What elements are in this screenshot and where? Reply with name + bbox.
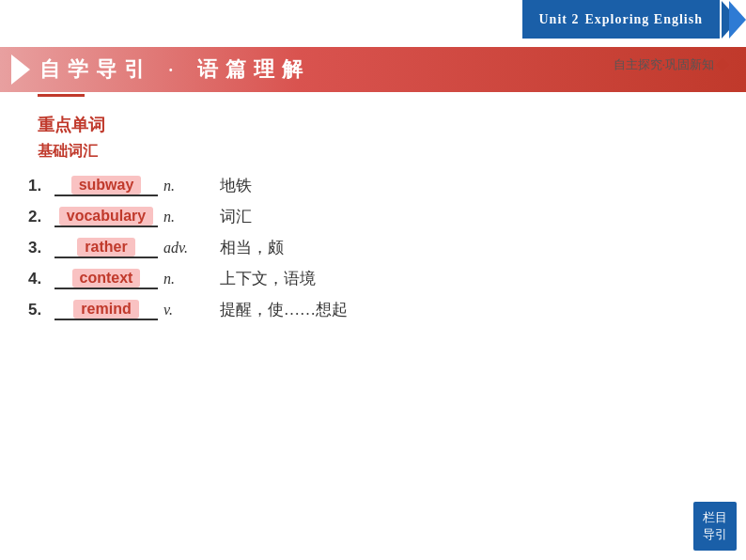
vocab-answer-box: subway (54, 176, 158, 196)
vocab-list: 1. subway n. 地铁 2. vocabulary n. 词汇 3. r… (28, 175, 718, 320)
vocab-item: 3. rather adv. 相当，颇 (28, 237, 718, 258)
vocab-num: 2. (28, 208, 54, 226)
vocab-answer: remind (73, 300, 138, 319)
sub-heading: 基础词汇 (38, 142, 718, 162)
vocab-answer-box: remind (54, 300, 158, 320)
chevron-right2-icon (729, 1, 746, 39)
vocab-item: 2. vocabulary n. 词汇 (28, 206, 718, 227)
vocab-num: 5. (28, 301, 54, 319)
bottom-nav-line2: 导引 (703, 527, 727, 541)
vocab-meaning: 上下文，语境 (220, 268, 316, 289)
vocab-meaning: 相当，颇 (220, 237, 284, 258)
vocab-answer: context (72, 269, 141, 288)
unit-number: Unit 2 (539, 12, 580, 27)
vocab-meaning: 词汇 (220, 206, 252, 227)
bottom-nav-line1: 栏目 (703, 510, 727, 524)
vocab-meaning: 提醒，使……想起 (220, 299, 348, 320)
vocab-pos: v. (163, 302, 201, 319)
vocab-meaning: 地铁 (220, 175, 252, 196)
bottom-nav-button[interactable]: 栏目 导引 (693, 502, 737, 551)
vocab-answer-box: vocabulary (54, 207, 158, 227)
right-subtitle-text: 自主探究·巩固新知 (614, 56, 714, 73)
vocab-num: 1. (28, 177, 54, 195)
vocab-pos: n. (163, 178, 201, 194)
vocab-answer: vocabulary (59, 207, 153, 226)
vocab-item: 1. subway n. 地铁 (28, 175, 718, 196)
diamond-icon (716, 58, 729, 71)
section-title: 自学导引 · 语篇理解 (39, 55, 310, 84)
main-content: 重点单词 基础词汇 1. subway n. 地铁 2. vocabulary … (28, 94, 718, 513)
vocab-item: 5. remind v. 提醒，使……想起 (28, 299, 718, 320)
unit-badge: Unit 2 Exploring English (522, 0, 721, 39)
section-heading: 重点单词 (38, 114, 718, 136)
vocab-answer: rather (77, 238, 134, 257)
section-arrow-icon (11, 54, 30, 85)
vocab-item: 4. context n. 上下文，语境 (28, 268, 718, 289)
deco-line (38, 94, 85, 97)
vocab-num: 4. (28, 270, 54, 288)
vocab-pos: n. (163, 209, 201, 226)
vocab-answer-box: context (54, 269, 158, 289)
right-subtitle: 自主探究·巩固新知 (614, 56, 727, 73)
vocab-answer-box: rather (54, 238, 158, 258)
top-header: Unit 2 Exploring English (522, 0, 747, 39)
vocab-pos: adv. (163, 240, 201, 257)
unit-title: Exploring English (584, 12, 703, 27)
vocab-answer: subway (71, 176, 142, 194)
vocab-pos: n. (163, 271, 201, 288)
vocab-num: 3. (28, 239, 54, 257)
